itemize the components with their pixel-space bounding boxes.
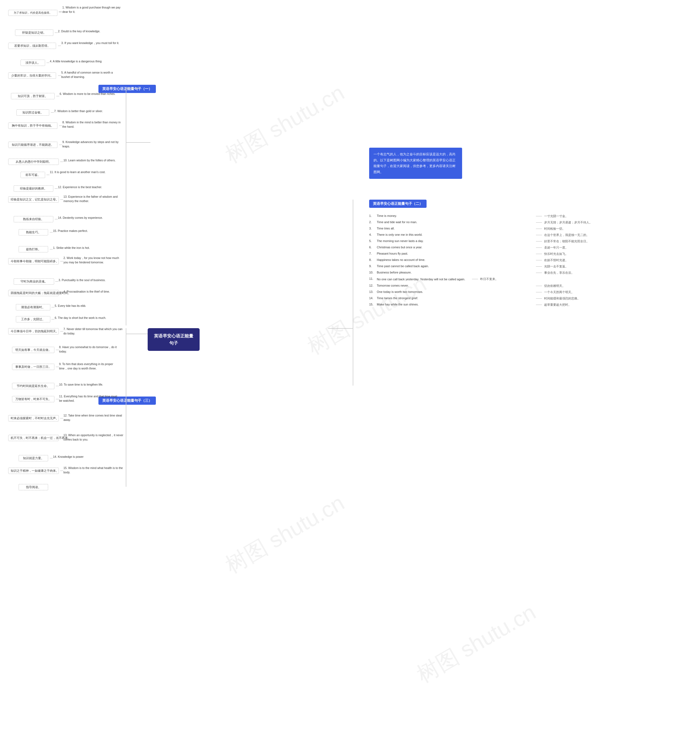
s3-item-15-cn: 知识之于精神，一如健康之于肉体。 (8, 468, 59, 474)
s3-item-1-connector: — (50, 247, 53, 250)
s3-item-5-cn: 潮涨必有潮落时。 (16, 304, 50, 310)
left-item-6-cn: 知识可羡，胜于财富。 (11, 93, 55, 99)
s3-item-10-connector: — (56, 384, 59, 387)
s3-item-4-en: 4. Procrastination is the thief of time. (63, 290, 110, 293)
r2-item-10: 10. Business before pleasure. —— 事业在先，享乐… (369, 271, 615, 275)
s3-item-15-en: 15. Wisdom is to the mind what health is… (63, 466, 124, 475)
left-item-1-en: 1. Wisdom is a good purchase though we p… (62, 6, 125, 14)
s3-item-12-en: 12. Take time when time comes lest time … (63, 413, 124, 422)
s3-item-3-cn: 守时为商业的灵魂。 (14, 278, 54, 285)
left-item-12-cn: 经验是最好的教师。 (14, 185, 53, 192)
s3-item-9-connector: — (56, 365, 59, 368)
left-item-13-cn: 经验是知识之父，记忆是知识之母。 (8, 196, 59, 203)
left-item-2-cn: 怀疑是知识之钥。 (15, 29, 53, 36)
left-item-13-en: 13. Experience is the father of wisdom a… (63, 195, 124, 203)
left-item-4-cn: 浅学误人。 (21, 60, 45, 66)
r2-item-3: 3. Time tries all. —— 时间检验一切。 (369, 227, 615, 231)
left-item-3-cn: 若要求知识，须从勤苦得。 (8, 43, 56, 49)
s3-item-11-connector: — (56, 397, 59, 400)
left-h-line-3 (126, 334, 150, 334)
watermark-3: 树图 shutu.cn (220, 488, 350, 580)
s3-item-5-connector: — (51, 305, 54, 309)
s3-item-1-en: 1. Strike while the iron is hot. (53, 246, 90, 249)
s3-item-1-cn: 趁热打铁。 (19, 246, 48, 252)
page-canvas: 树图 shutu.cn 树图 shutu.cn 树图 shutu.cn 树图 s… (0, 0, 700, 740)
left-item-12-en: 12. Experience is the best teacher. (58, 185, 102, 189)
info-box: 一个有志气的人，他为之奋斗的目标应该是远大的，高尚的。以下是树图网小编为大家精心… (369, 148, 462, 179)
left-item-2-en: 2. Doubt is the key of knowledge. (58, 29, 100, 33)
left-item-10-en: 10. Learn wisdom by the follies of other… (63, 159, 116, 162)
left-item-7-cn: 知识胜过金银。 (16, 109, 49, 116)
s3-item-7-cn: 今日事须今日毕，切勿拖延到明天。 (8, 328, 59, 334)
s3-item-5-en: 5. Every tide has its ebb. (55, 304, 86, 307)
left-item-8-cn: 胸中有知识，胜于手中有钱钱。 (8, 122, 57, 129)
s3-item-14-cn: 知识就是力量。 (19, 455, 48, 461)
s3-item-7-connector: — (60, 329, 63, 332)
left-item-4-connector: — (47, 61, 50, 64)
left-item-14-cn: 熟练来自经验。 (14, 216, 53, 222)
r2-item-5: 5. The morning sun never lasts a day. ——… (369, 239, 615, 243)
r2-item-14: 14. Time tames the strongest grief. —— 时… (369, 296, 615, 300)
left-item-6-en: 6. Wisdom is more to be envied than rich… (60, 92, 115, 96)
left-item-15-cn: 熟能生巧。 (19, 229, 48, 235)
s3-item-9-en: 9. To him that does everything in its pr… (59, 362, 119, 371)
left-item-7-en: 7. Wisdom is better than gold or silver. (54, 109, 103, 113)
r2-item-13: 13. One today is worth two tomorrows. ——… (369, 290, 615, 294)
r2-item-15: 15. Make hay while the sun shines. —— 趁草… (369, 303, 615, 307)
s3-item-4-cn: 因循拖延是时间的大贼；拖延就是虚度时间。 (8, 290, 59, 296)
s3-item-2-cn: 今朝有事今朝做，明朝可能阻碍多。 (8, 258, 59, 265)
section-two-items: 1. Time is money. —— 一寸光阴一寸金。 2. Time an… (369, 213, 615, 307)
left-item-5-connector: — (58, 74, 61, 77)
r2-item-8: 8. Happiness takes no account of time. —… (369, 258, 615, 262)
left-item-10-cn: 从愚人的愚行中学到聪明。 (8, 159, 59, 165)
s3-item-4-connector: — (60, 291, 63, 294)
watermark-1: 树图 shutu.cn (220, 78, 350, 170)
left-h-line-1 (126, 142, 150, 143)
watermark-4: 树图 shutu.cn (412, 598, 541, 690)
branch-h-to-s1 (126, 88, 140, 88)
s3-item-11-cn: 万物皆有时，时来不可失。 (12, 396, 54, 402)
r2-item-7: 7. Pleasant hours fly past. —— 快乐时光去如飞。 (369, 252, 615, 256)
r2-item-6: 6. Christmas comes but once a year. —— 圣… (369, 246, 615, 250)
s3-item-13-connector: — (60, 436, 63, 439)
s3-item-6-cn: 工作多，光阴过。 (16, 316, 50, 322)
s3-item-2-en: 2. Work today，for you know not how much … (63, 256, 124, 265)
s3-item-8-cn: 明天如有事，今天就去做。 (12, 347, 54, 353)
branch-h-to-s3 (126, 400, 140, 400)
left-item-7-connector: — (51, 110, 54, 114)
s3-item-9-cn: 事事及时做，一日胜三日。 (12, 364, 54, 370)
r2-item-1: 1. Time is money. —— 一寸光阴一寸金。 (369, 214, 615, 218)
s3-item-3-en: 3. Punctuality is the soul of business. (59, 278, 106, 282)
left-item-1-cn: 为了求知识，代价是高也值得。 (8, 10, 57, 16)
s3-item-2-connector: — (60, 259, 63, 263)
left-item-1-connector: — (59, 10, 62, 13)
left-vert-line-1 (126, 88, 126, 325)
left-item-11-connector: — (47, 173, 50, 176)
right-h-line-2 (328, 328, 353, 329)
s3-item-12-cn: 时来必须握紧时，不时时去光无声。 (8, 415, 59, 421)
s3-item-6-connector: — (51, 317, 54, 321)
left-item-9-connector: — (59, 143, 62, 146)
left-item-13-connector: — (60, 197, 63, 201)
left-item-4-en: 4. A little knowledge is a dangerous thi… (50, 60, 102, 63)
r2-item-9: 9. Time past cannot be called back again… (369, 265, 615, 269)
s3-item-11-en: 11. Everything has its time and that tim… (59, 394, 119, 403)
left-item-12-connector: — (55, 187, 58, 190)
s3-item-8-en: 8. Have you somewhat to do tomorrow，do i… (59, 345, 119, 354)
r2-item-11: 11. No one can call back yesterday. Yest… (369, 277, 615, 282)
s3-item-10-cn: 节约时间就是延长生命。 (12, 383, 54, 389)
s3-item-14-en: 14. Knowledge is power (53, 455, 84, 458)
left-item-15-en: 15. Practice makes perfect. (53, 229, 88, 232)
left-item-11-cn: 前车可鉴。 (21, 172, 45, 178)
s3-item-3-connector: — (55, 280, 58, 283)
s3-item-13-en: 13. When an opportunity is neglected，it … (63, 433, 124, 442)
s3-item-10-en: 10. To save time is to lengthen life. (59, 383, 103, 386)
r2-item-2: 2. Time and tide wait for no man. —— 岁月无… (369, 221, 615, 225)
s3-item-8-connector: — (56, 348, 59, 351)
right-vert-line-2 (353, 200, 353, 385)
s3-item-15-connector: — (60, 469, 63, 472)
left-item-8-en: 8. Wisdom in the mind is better than mon… (62, 120, 122, 129)
s3-item-7-en: 7. Never deter till tomorrow that which … (63, 327, 124, 336)
s3-item-14-connector: — (50, 456, 53, 459)
left-item-11-en: 11. It is good to learn at another man's… (50, 170, 106, 175)
